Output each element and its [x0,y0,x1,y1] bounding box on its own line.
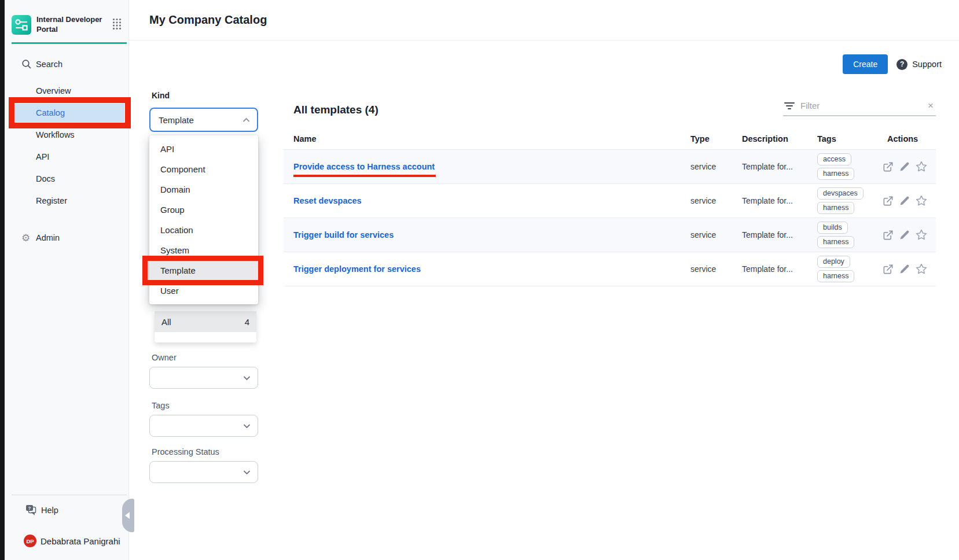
help-label: Help [41,506,58,515]
processing-status-select[interactable] [149,461,258,483]
template-name-link[interactable]: Trigger deployment for services [293,264,421,274]
open-in-new-icon[interactable] [883,161,894,172]
template-name-link[interactable]: Trigger build for services [293,230,394,240]
apps-grid-icon[interactable] [112,18,122,32]
column-header-name: Name [284,134,690,143]
column-header-type: Type [690,134,742,143]
row-actions [878,161,936,172]
open-in-new-icon[interactable] [883,230,894,241]
sidebar-item-register[interactable]: Register [5,190,128,212]
user-name: Debabrata Panigrahi [41,536,120,546]
tag-chip: harness [817,202,854,214]
table-row: Reset devspacesserviceTemplate for...dev… [284,184,936,218]
open-in-new-icon[interactable] [883,264,894,275]
tag-chip: devspaces [817,187,864,200]
kind-option-system[interactable]: System [149,240,258,260]
tags-select[interactable] [149,415,258,437]
edit-pencil-icon[interactable] [899,264,910,274]
sidebar-item-workflows[interactable]: Workflows [5,124,128,146]
kind-option-group[interactable]: Group [149,200,258,220]
kind-option-domain[interactable]: Domain [149,179,258,200]
sidebar-item-label: Catalog [36,108,65,117]
filter-input[interactable]: Filter × [783,97,936,116]
support-button[interactable]: ? Support [896,59,942,70]
create-button[interactable]: Create [843,54,888,74]
kind-option-location[interactable]: Location [149,220,258,240]
sidebar-item-label: Overview [36,86,71,95]
search-icon [21,59,32,69]
kind-label: Kind [152,91,170,100]
sidebar-nav: OverviewCatalogWorkflowsAPIDocsRegister [5,80,128,212]
kind-select-value: Template [159,115,194,125]
owner-select[interactable] [149,367,258,389]
collapse-sidebar-handle[interactable] [122,499,134,532]
admin-label: Admin [36,233,60,242]
row-type: service [690,264,742,274]
template-name-link[interactable]: Provide access to Harness account [293,162,435,171]
kind-option-template[interactable]: Template [149,260,258,281]
kind-option-label: Location [160,225,193,235]
sidebar: Internal Developer Portal [5,0,129,560]
table-row: Trigger build for servicesserviceTemplat… [284,218,936,252]
kind-select[interactable]: Template [149,108,258,132]
facet-row-all[interactable]: All 4 [155,311,256,332]
user-menu[interactable]: DP Debabrata Panigrahi [5,533,128,548]
edit-pencil-icon[interactable] [899,196,910,206]
avatar: DP [24,535,36,547]
sidebar-item-api[interactable]: API [5,146,128,168]
window-edge [0,0,5,560]
star-icon[interactable] [916,195,927,207]
sidebar-item-docs[interactable]: Docs [5,168,128,190]
svg-text:?: ? [28,506,31,511]
table-body: Provide access to Harness accountservice… [284,150,936,286]
help-chat-icon: ? [25,504,37,517]
row-tags: accessharness [817,150,878,183]
templates-table: All templates (4) Filter × NameTypeDescr… [284,97,936,286]
kind-option-label: Domain [160,185,190,194]
tag-chip: harness [817,270,854,282]
sidebar-item-catalog[interactable]: Catalog [5,102,128,124]
sidebar-item-overview[interactable]: Overview [5,80,128,102]
edit-pencil-icon[interactable] [899,230,910,240]
row-tags: buildsharness [817,218,878,252]
facet-panel-padding [155,332,256,342]
kind-option-label: User [160,286,179,296]
star-icon[interactable] [916,263,927,275]
chevron-down-icon [243,375,251,381]
kind-facet-panel: All 4 [155,311,256,342]
sidebar-item-label: Docs [36,174,55,183]
main-content: My Company Catalog Create ? Support Kind… [129,0,959,560]
close-icon[interactable]: × [928,101,934,110]
template-name-link[interactable]: Reset devspaces [293,196,362,205]
sidebar-item-label: Workflows [36,130,75,139]
table-header: NameTypeDescriptionTagsActions [284,121,936,150]
help-button[interactable]: ? Help [5,502,128,518]
row-description: Template for... [742,162,817,171]
kind-option-api[interactable]: API [149,139,258,159]
kind-option-label: Group [160,205,185,215]
facet-count: 4 [245,317,249,327]
row-type: service [690,230,742,240]
sidebar-item-search[interactable]: Search [5,53,128,75]
kind-option-component[interactable]: Component [149,159,258,179]
tags-label: Tags [152,401,170,410]
toolbar: Create ? Support [843,54,942,74]
table-row: Trigger deployment for servicesserviceTe… [284,252,936,286]
brand-title: Internal Developer Portal [36,15,107,35]
open-in-new-icon[interactable] [883,196,894,207]
star-icon[interactable] [916,229,927,241]
support-label: Support [912,60,942,69]
row-actions [878,195,936,207]
row-description: Template for... [742,196,817,205]
chevron-down-icon [243,470,251,475]
edit-pencil-icon[interactable] [899,161,910,172]
star-icon[interactable] [916,161,927,172]
kind-option-label: Component [160,164,205,174]
idp-logo-icon [12,15,31,35]
sidebar-item-admin[interactable]: ⚙ Admin [5,227,128,249]
kind-option-user[interactable]: User [149,281,258,301]
kind-option-label: System [160,245,189,255]
sidebar-header: Internal Developer Portal [5,0,128,35]
chevron-down-icon [243,423,251,429]
sidebar-item-label: API [36,152,49,161]
